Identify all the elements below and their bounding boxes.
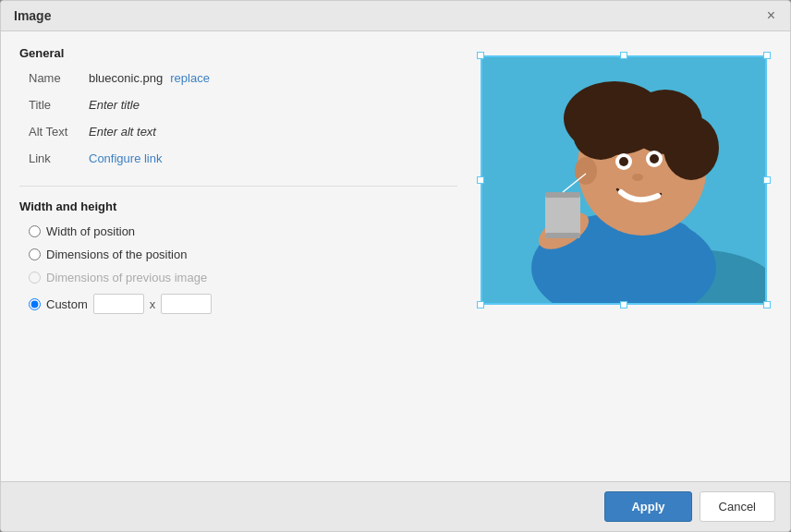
width-of-position-radio[interactable] bbox=[29, 225, 41, 237]
name-value: blueconic.png bbox=[89, 71, 163, 85]
dimensions-position-row: Dimensions of the position bbox=[29, 248, 457, 261]
link-row: Link Configure link bbox=[19, 151, 457, 165]
section-divider bbox=[19, 186, 457, 187]
dialog-footer: Apply Cancel bbox=[1, 481, 790, 531]
title-label: Title bbox=[29, 98, 89, 112]
dimensions-prev-radio bbox=[29, 272, 41, 284]
custom-radio[interactable] bbox=[29, 298, 41, 310]
width-of-position-label[interactable]: Width of position bbox=[46, 224, 135, 238]
svg-point-9 bbox=[573, 108, 628, 160]
width-of-position-row: Width of position bbox=[29, 224, 457, 238]
dialog-header: Image × bbox=[1, 1, 790, 31]
handle-middle-left[interactable] bbox=[477, 176, 484, 184]
svg-rect-17 bbox=[545, 233, 580, 238]
svg-rect-15 bbox=[545, 192, 580, 238]
apply-button[interactable]: Apply bbox=[604, 491, 691, 522]
dimensions-position-label[interactable]: Dimensions of the position bbox=[46, 248, 187, 261]
image-preview-container bbox=[481, 55, 767, 305]
configure-link-button[interactable]: Configure link bbox=[89, 151, 163, 165]
name-label: Name bbox=[29, 71, 89, 85]
title-row: Title Enter title bbox=[19, 98, 457, 112]
handle-bottom-middle[interactable] bbox=[620, 301, 627, 308]
alt-text-label: Alt Text bbox=[29, 125, 89, 139]
link-label: Link bbox=[29, 151, 89, 165]
replace-button[interactable]: replace bbox=[170, 71, 210, 85]
alt-text-row: Alt Text Enter alt text bbox=[19, 125, 457, 139]
cancel-button[interactable]: Cancel bbox=[700, 491, 775, 522]
left-panel: General Name blueconic.png replace Title… bbox=[19, 46, 457, 466]
dimensions-prev-row: Dimensions of previous image bbox=[29, 271, 457, 284]
image-preview bbox=[481, 55, 767, 305]
x-separator: x bbox=[150, 297, 156, 311]
svg-point-14 bbox=[650, 154, 659, 163]
svg-point-12 bbox=[619, 157, 628, 166]
dialog-title: Image bbox=[14, 8, 51, 23]
svg-point-19 bbox=[632, 174, 643, 181]
handle-top-left[interactable] bbox=[477, 52, 484, 59]
dimensions-prev-label: Dimensions of previous image bbox=[46, 271, 207, 284]
handle-top-right[interactable] bbox=[763, 52, 771, 59]
svg-point-8 bbox=[663, 115, 719, 180]
custom-height-input[interactable] bbox=[161, 294, 212, 314]
custom-width-input[interactable] bbox=[93, 294, 144, 314]
right-panel bbox=[476, 46, 772, 466]
dialog-body: General Name blueconic.png replace Title… bbox=[1, 31, 790, 481]
alt-text-placeholder: Enter alt text bbox=[89, 125, 156, 139]
dimensions-position-radio[interactable] bbox=[29, 248, 41, 260]
svg-rect-16 bbox=[545, 192, 580, 198]
handle-bottom-right[interactable] bbox=[763, 301, 771, 308]
title-placeholder: Enter title bbox=[89, 98, 140, 112]
image-dialog: Image × General Name blueconic.png repla… bbox=[0, 0, 791, 532]
close-button[interactable]: × bbox=[765, 8, 777, 23]
handle-top-middle[interactable] bbox=[620, 52, 627, 59]
name-row: Name blueconic.png replace bbox=[19, 71, 457, 85]
custom-row: Custom x bbox=[29, 294, 457, 314]
general-section-title: General bbox=[19, 46, 457, 60]
handle-middle-right[interactable] bbox=[763, 176, 771, 184]
custom-label[interactable]: Custom bbox=[46, 297, 88, 311]
size-option-group: Width of position Dimensions of the posi… bbox=[19, 224, 457, 314]
handle-bottom-left[interactable] bbox=[477, 301, 484, 308]
width-height-section-title: Width and height bbox=[19, 200, 457, 213]
